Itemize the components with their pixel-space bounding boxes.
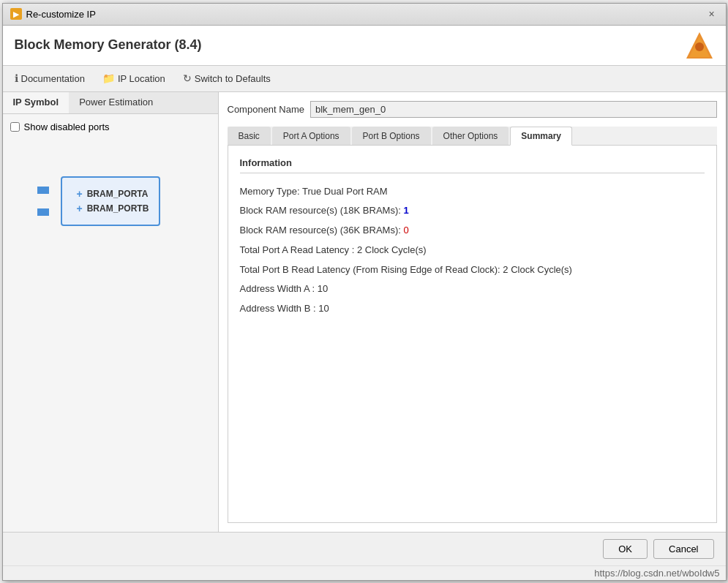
- footer: OK Cancel: [3, 532, 726, 565]
- app-icon: ▶: [10, 8, 22, 20]
- toolbar: ℹ Documentation 📁 IP Location ↻ Switch t…: [3, 66, 726, 92]
- window-title: Re-customize IP: [26, 9, 96, 20]
- tab-port-a[interactable]: Port A Options: [272, 127, 350, 145]
- port-a-label: BRAM_PORTA: [87, 189, 149, 199]
- info-row-port-b-latency: Total Port B Read Latency (From Rising E…: [240, 260, 705, 280]
- bram-18k-value: 1: [403, 205, 408, 216]
- tab-port-b[interactable]: Port B Options: [352, 127, 431, 145]
- info-icon: ℹ: [15, 72, 18, 84]
- tab-ip-symbol[interactable]: IP Symbol: [3, 92, 70, 113]
- tab-summary[interactable]: Summary: [510, 127, 572, 146]
- left-panel: IP Symbol Power Estimation Show disabled…: [3, 92, 219, 532]
- title-bar: ▶ Re-customize IP ×: [3, 4, 726, 26]
- documentation-button[interactable]: ℹ Documentation: [12, 71, 88, 86]
- close-button[interactable]: ×: [705, 7, 718, 20]
- info-row-port-a-latency: Total Port A Read Latency : 2 Clock Cycl…: [240, 241, 705, 260]
- tab-basic[interactable]: Basic: [228, 127, 271, 145]
- summary-tab-content: Information Memory Type: True Dual Port …: [228, 146, 717, 523]
- info-row-memory-type: Memory Type: True Dual Port RAM: [240, 182, 705, 202]
- component-name-input[interactable]: [310, 101, 717, 118]
- title-bar-left: ▶ Re-customize IP: [10, 8, 96, 20]
- show-disabled-ports-label: Show disabled ports: [24, 121, 110, 132]
- url-bar: https://blog.csdn.net/wboIdw5: [3, 565, 726, 580]
- info-row-bram-36k: Block RAM resource(s) (36K BRAMs): 0: [240, 221, 705, 241]
- ip-block: + BRAM_PORTA + BRAM_PORTB: [61, 176, 161, 226]
- info-section-title: Information: [240, 157, 705, 173]
- component-name-row: Component Name: [228, 101, 717, 118]
- show-disabled-ports-row: Show disabled ports: [10, 121, 211, 132]
- ip-diagram: + BRAM_PORTA + BRAM_PORTB: [37, 176, 184, 226]
- cancel-button[interactable]: Cancel: [653, 539, 713, 559]
- left-panel-content: Show disabled ports +: [3, 114, 218, 532]
- plus-icon-b: +: [77, 203, 83, 214]
- switch-defaults-button[interactable]: ↻ Switch to Defaults: [180, 71, 274, 86]
- port-b-label: BRAM_PORTB: [87, 203, 149, 214]
- ok-button[interactable]: OK: [603, 539, 648, 559]
- show-disabled-ports-checkbox[interactable]: [10, 122, 20, 132]
- vivado-logo: [685, 31, 714, 60]
- plus-icon-a: +: [77, 188, 83, 200]
- app-header: Block Memory Generator (8.4): [3, 26, 726, 66]
- port-a-connector-left: [37, 187, 49, 194]
- app-title: Block Memory Generator (8.4): [15, 37, 202, 53]
- dialog-window: ▶ Re-customize IP × Block Memory Generat…: [2, 3, 727, 581]
- tab-power-estimation[interactable]: Power Estimation: [69, 92, 163, 113]
- port-a-row: + BRAM_PORTA: [77, 188, 149, 200]
- component-name-label: Component Name: [228, 104, 305, 115]
- info-row-addr-width-a: Address Width A : 10: [240, 279, 705, 299]
- port-b-row: + BRAM_PORTB: [77, 203, 149, 214]
- folder-icon: 📁: [102, 72, 115, 84]
- info-row-bram-18k: Block RAM resource(s) (18K BRAMs): 1: [240, 201, 705, 221]
- main-content: IP Symbol Power Estimation Show disabled…: [3, 92, 726, 532]
- info-row-addr-width-b: Address Width B : 10: [240, 299, 705, 319]
- bram-36k-value: 0: [403, 225, 408, 236]
- port-b-connector-left: [37, 208, 49, 216]
- right-panel: Component Name Basic Port A Options Port…: [219, 92, 726, 532]
- ip-location-button[interactable]: 📁 IP Location: [100, 71, 168, 86]
- svg-point-2: [695, 42, 704, 51]
- refresh-icon: ↻: [183, 72, 192, 84]
- left-tabs: IP Symbol Power Estimation: [3, 92, 218, 114]
- tabs-bar: Basic Port A Options Port B Options Othe…: [228, 127, 717, 146]
- tab-other[interactable]: Other Options: [432, 127, 509, 145]
